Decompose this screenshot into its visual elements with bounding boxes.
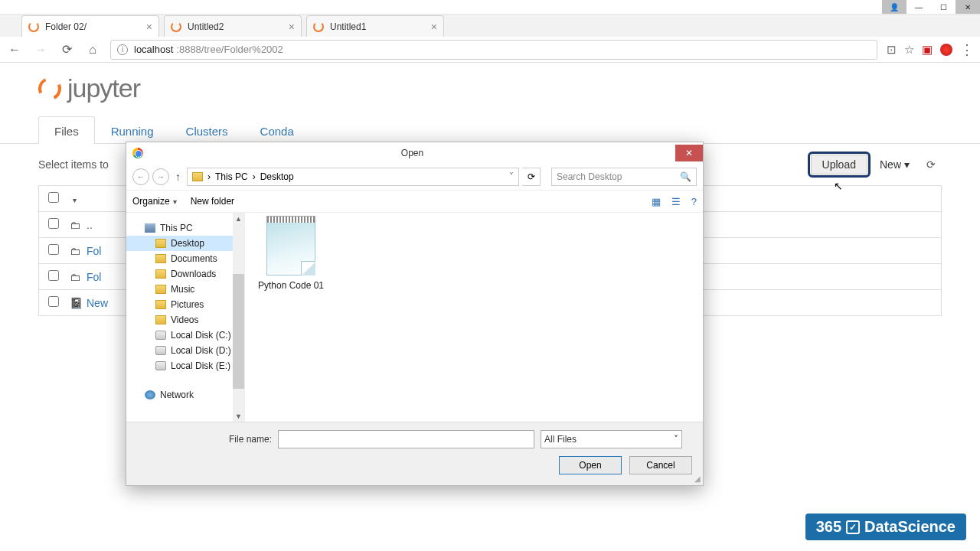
disk-icon [155,346,166,355]
net-icon [145,390,155,399]
disk-icon [155,331,166,340]
browser-tab[interactable]: Untitled1 × [306,15,444,37]
search-placeholder: Search Desktop [557,171,622,182]
resize-grip-icon[interactable]: ◢ [694,474,701,483]
breadcrumb-sep: › [207,171,211,182]
open-button[interactable]: Open [559,456,622,474]
sidebar-item[interactable]: This PC [126,220,244,236]
new-folder-button[interactable]: New folder [191,196,234,207]
jupyter-logo-icon [35,73,64,103]
item-name[interactable]: .. [87,219,93,231]
filetype-select[interactable]: All Files˅ [541,430,682,448]
caret-down-icon: ▾ [904,158,910,171]
dialog-title: Open [149,148,675,158]
tab-close-icon[interactable]: × [431,21,437,33]
breadcrumb-item[interactable]: This PC [215,171,248,182]
item-type-icon: 🗀 [70,245,87,257]
preview-pane-icon[interactable]: ☰ [671,196,681,207]
dialog-close-button[interactable]: ✕ [675,145,703,161]
extension-opera-icon[interactable] [940,44,952,56]
sidebar-item-label: Desktop [171,238,204,249]
tab-close-icon[interactable]: × [146,21,152,33]
os-minimize-button[interactable]: — [906,0,931,14]
browser-tab[interactable]: Untitled2 × [164,15,302,37]
refresh-button[interactable]: ⟳ [920,155,942,174]
browser-tab-active[interactable]: Folder 02/ × [21,15,159,37]
select-all-checkbox[interactable] [48,192,59,203]
dialog-up-button[interactable]: ↑ [172,171,184,183]
caret-down-icon: ˅ [674,434,678,445]
item-name[interactable]: Fol [87,245,101,257]
row-checkbox[interactable] [48,270,59,281]
sidebar-item[interactable]: Music [126,282,244,297]
sidebar-item[interactable]: Desktop [126,236,244,251]
tab-clusters[interactable]: Clusters [170,116,244,144]
sidebar-item[interactable]: Documents [126,251,244,266]
dialog-back-button[interactable]: ← [132,168,149,185]
row-checkbox[interactable] [48,244,59,255]
sidebar-item[interactable]: Network [126,387,244,403]
dialog-file-area[interactable]: Python Code 01 [245,213,703,422]
sidebar-item[interactable]: Videos [126,312,244,328]
cancel-button[interactable]: Cancel [629,456,692,474]
fold-icon [155,269,166,279]
zoom-icon[interactable]: ⊡ [887,43,897,57]
item-name[interactable]: Fol [87,271,101,283]
sidebar-item[interactable]: Local Disk (E:) [126,358,244,373]
fold-icon [155,239,166,248]
sidebar-item[interactable]: Pictures [126,297,244,312]
filename-input[interactable] [278,430,534,448]
pc-icon [145,223,155,233]
scrollbar-thumb[interactable] [233,274,244,389]
browser-tabstrip: Folder 02/ × Untitled2 × Untitled1 × [0,14,980,37]
tab-close-icon[interactable]: × [289,21,295,33]
row-checkbox[interactable] [48,296,59,307]
upload-button[interactable]: Upload [811,155,867,174]
jupyter-header: jupyter [0,69,980,116]
item-type-icon: 🗀 [70,219,87,231]
check-icon: ✓ [846,520,860,534]
scroll-down-icon[interactable]: ▼ [233,410,244,422]
dialog-navbar: ← → ↑ › This PC › Desktop ˅ ⟳ Search Des… [126,164,703,190]
sidebar-item[interactable]: Downloads [126,266,244,282]
url-host: localhost [134,44,173,55]
site-info-icon[interactable]: i [117,44,128,55]
path-dropdown-icon[interactable]: ˅ [509,171,514,182]
help-icon[interactable]: ? [691,196,697,207]
file-item[interactable]: Python Code 01 [253,220,329,291]
sidebar-item[interactable]: Local Disk (C:) [126,328,244,343]
tab-conda[interactable]: Conda [244,116,310,144]
tab-files[interactable]: Files [38,116,95,144]
nav-back-icon[interactable]: ← [6,43,23,57]
sidebar-item-label: Downloads [171,269,216,279]
nav-reload-icon[interactable]: ⟳ [58,42,75,57]
bookmark-star-icon[interactable]: ☆ [904,43,914,57]
tab-running[interactable]: Running [95,116,170,144]
select-menu-caret-icon[interactable] [70,193,77,205]
nav-home-icon[interactable]: ⌂ [84,43,101,57]
extension-icon[interactable]: ▣ [922,43,933,57]
sidebar-item-label: Network [160,390,194,400]
url-input[interactable]: i localhost:8888/tree/Folder%2002 [110,40,877,60]
sidebar-item-label: Local Disk (C:) [171,330,231,341]
dialog-search-input[interactable]: Search Desktop 🔍 [551,168,697,186]
row-checkbox[interactable] [48,218,59,229]
os-close-button[interactable]: ✕ [956,0,980,14]
dialog-sidebar: This PCDesktopDocumentsDownloadsMusicPic… [126,213,245,422]
item-name[interactable]: New [87,297,108,309]
dialog-path-breadcrumb[interactable]: › This PC › Desktop ˅ [187,168,519,186]
filename-label: File name: [229,434,272,445]
select-items-label: Select items to [38,158,109,171]
browser-addressbar: ← → ⟳ ⌂ i localhost:8888/tree/Folder%200… [0,37,980,63]
dialog-refresh-button[interactable]: ⟳ [522,168,541,186]
os-maximize-button[interactable]: ☐ [931,0,956,14]
sidebar-item[interactable]: Local Disk (D:) [126,343,244,358]
scroll-up-icon[interactable]: ▲ [233,213,244,224]
view-mode-icon[interactable]: ▦ [652,196,661,207]
breadcrumb-item[interactable]: Desktop [260,171,294,182]
dialog-forward-button[interactable]: → [152,168,169,185]
organize-menu[interactable]: Organize [132,196,177,207]
new-dropdown[interactable]: New▾ [872,155,917,174]
browser-menu-icon[interactable]: ⋮ [960,41,974,58]
tab-label: Folder 02/ [45,21,87,32]
